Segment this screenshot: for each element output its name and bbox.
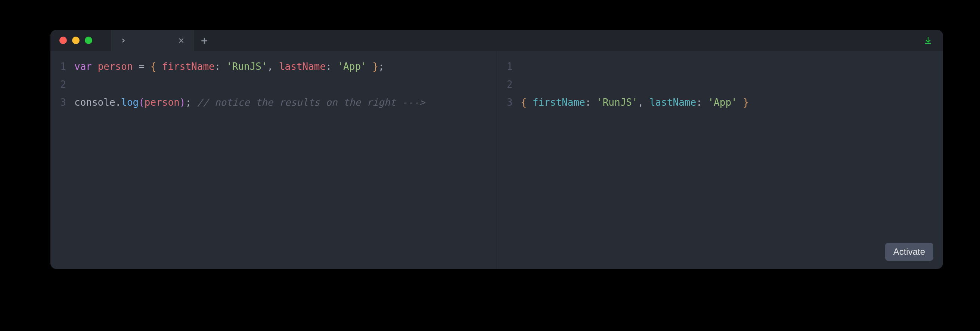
titlebar-right [923, 35, 933, 46]
editor-code[interactable]: var person = { firstName: 'RunJS', lastN… [74, 57, 497, 269]
output-pane: 123 { firstName: 'RunJS', lastName: 'App… [497, 51, 943, 269]
code-line: var person = { firstName: 'RunJS', lastN… [74, 57, 497, 75]
tab-close-icon[interactable]: × [178, 35, 184, 46]
download-icon[interactable] [923, 35, 933, 46]
close-window-button[interactable] [59, 37, 67, 44]
window-controls [59, 37, 92, 44]
code-line [521, 75, 943, 93]
line-number: 2 [497, 75, 513, 93]
code-line [74, 75, 497, 93]
line-number: 2 [51, 75, 66, 93]
output-gutter: 123 [497, 57, 521, 269]
app-window: › × + 123 var person = { firstName: 'Run… [51, 30, 943, 269]
zoom-window-button[interactable] [85, 37, 92, 44]
code-line: { firstName: 'RunJS', lastName: 'App' } [521, 93, 943, 111]
tab-title: › [121, 35, 126, 46]
editor-gutter: 123 [51, 57, 74, 269]
line-number: 1 [51, 57, 66, 75]
line-number: 3 [51, 93, 66, 111]
code-line: console.log(person); // notice the resul… [74, 93, 497, 111]
split-panes: 123 var person = { firstName: 'RunJS', l… [51, 51, 943, 269]
minimize-window-button[interactable] [72, 37, 80, 44]
line-number: 3 [497, 93, 513, 111]
code-line [521, 57, 943, 75]
editor-pane[interactable]: 123 var person = { firstName: 'RunJS', l… [51, 51, 497, 269]
line-number: 1 [497, 57, 513, 75]
titlebar: › × + [51, 30, 943, 51]
activate-button[interactable]: Activate [885, 243, 933, 261]
tab-bar: › × + [111, 30, 215, 51]
tab-active[interactable]: › × [111, 30, 194, 51]
plus-icon: + [201, 34, 208, 47]
new-tab-button[interactable]: + [194, 30, 215, 51]
output-code: { firstName: 'RunJS', lastName: 'App' } [521, 57, 943, 269]
